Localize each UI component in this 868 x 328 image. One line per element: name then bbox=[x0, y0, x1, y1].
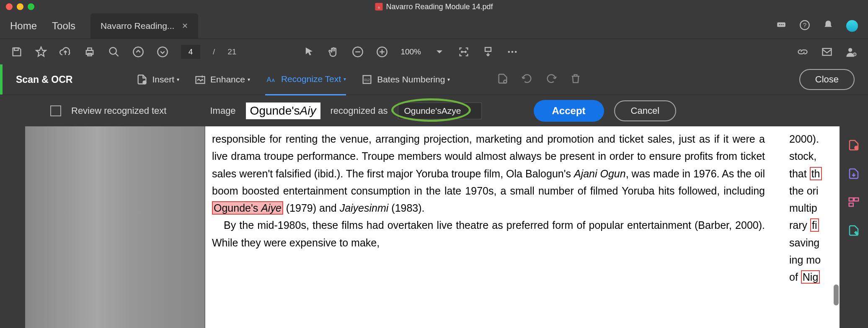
ocr-suspect[interactable]: fi bbox=[810, 218, 819, 232]
zoom-level[interactable]: 100% bbox=[400, 47, 421, 56]
recognized-label: recognized as bbox=[331, 105, 388, 116]
hand-icon[interactable] bbox=[328, 46, 339, 58]
create-pdf-icon[interactable]: + bbox=[847, 139, 860, 153]
document-area: responsible for renting the venue, arran… bbox=[0, 126, 868, 328]
link-icon[interactable] bbox=[797, 46, 809, 58]
page-number-input[interactable] bbox=[181, 45, 200, 59]
edit-pdf-icon[interactable] bbox=[847, 224, 860, 238]
redo-icon[interactable] bbox=[545, 73, 557, 86]
image-label: Image bbox=[210, 105, 235, 116]
close-panel-button[interactable]: Close bbox=[799, 69, 855, 90]
recognize-label: Recognize Text bbox=[281, 74, 341, 84]
recognize-text-button[interactable]: AA Recognize Text▾ bbox=[265, 73, 346, 95]
page-total: 21 bbox=[227, 47, 236, 56]
svg-point-21 bbox=[512, 51, 514, 53]
help-icon[interactable]: ? bbox=[799, 20, 810, 32]
svg-text:+: + bbox=[144, 81, 146, 85]
save-icon[interactable] bbox=[11, 46, 23, 58]
paragraph-1: responsible for renting the venue, arran… bbox=[212, 131, 765, 217]
ocr-correction-bar: Review recognized text Image Ogunde's Ai… bbox=[0, 95, 868, 126]
accept-button[interactable]: Accept bbox=[534, 100, 604, 122]
share-person-icon[interactable]: + bbox=[845, 46, 857, 58]
scrollbar-thumb[interactable] bbox=[834, 284, 839, 305]
window-title: ▵ Navarro Reading Module 14.pdf bbox=[375, 3, 493, 11]
svg-point-2 bbox=[781, 24, 782, 26]
document-tab-label: Navarro Reading... bbox=[101, 21, 174, 31]
close-window-button[interactable] bbox=[6, 3, 13, 10]
maximize-window-button[interactable] bbox=[28, 3, 34, 10]
svg-text:?: ? bbox=[803, 21, 806, 28]
print-icon[interactable] bbox=[84, 46, 96, 58]
ocr-image-text-a: Ogunde's bbox=[250, 104, 300, 118]
svg-line-11 bbox=[116, 53, 119, 56]
svg-point-10 bbox=[110, 47, 116, 54]
bell-icon[interactable] bbox=[823, 20, 834, 32]
enhance-label: Enhance bbox=[210, 74, 245, 85]
ocr-image-sample: Ogunde's Aiy bbox=[246, 102, 320, 119]
bates-numbering-button[interactable]: 012 Bates Numbering▾ bbox=[361, 74, 450, 85]
document-tab[interactable]: Navarro Reading... ✕ bbox=[90, 13, 198, 38]
svg-point-22 bbox=[515, 51, 517, 53]
svg-point-24 bbox=[848, 48, 852, 51]
svg-rect-19 bbox=[485, 47, 491, 51]
svg-point-1 bbox=[779, 24, 780, 26]
svg-point-12 bbox=[133, 47, 143, 56]
chat-icon[interactable] bbox=[776, 20, 787, 32]
pdf-icon: ▵ bbox=[375, 3, 382, 10]
undo-icon[interactable] bbox=[521, 73, 533, 86]
review-checkbox[interactable] bbox=[50, 105, 61, 116]
page-up-icon[interactable] bbox=[132, 46, 144, 58]
tools-tab[interactable]: Tools bbox=[52, 20, 75, 32]
insert-label: Insert bbox=[152, 74, 174, 85]
cloud-upload-icon[interactable] bbox=[59, 46, 71, 58]
export-pdf-icon[interactable] bbox=[847, 167, 860, 182]
svg-rect-37 bbox=[849, 198, 853, 201]
window-title-text: Navarro Reading Module 14.pdf bbox=[386, 3, 493, 11]
paragraph-2: By the mid-1980s, these films had overta… bbox=[212, 217, 765, 251]
zoom-out-icon[interactable] bbox=[352, 46, 364, 58]
pointer-icon[interactable] bbox=[303, 46, 315, 58]
scan-margin bbox=[25, 126, 205, 328]
traffic-lights bbox=[0, 3, 34, 10]
more-icon[interactable] bbox=[506, 46, 518, 58]
recognized-wrap bbox=[398, 102, 482, 119]
svg-point-34 bbox=[504, 80, 507, 83]
svg-point-20 bbox=[508, 51, 510, 53]
scan-ocr-toolbar: Scan & OCR + Insert▾ Enhance▾ AA Recogni… bbox=[0, 64, 868, 95]
zoom-in-icon[interactable] bbox=[376, 46, 388, 58]
svg-point-13 bbox=[158, 47, 167, 56]
bates-label: Bates Numbering bbox=[377, 74, 445, 85]
document-page[interactable]: responsible for renting the venue, arran… bbox=[205, 126, 780, 328]
zoom-dropdown-icon[interactable] bbox=[434, 46, 445, 58]
enhance-button[interactable]: Enhance▾ bbox=[194, 74, 250, 85]
document-settings-icon[interactable] bbox=[497, 73, 509, 86]
svg-text:+: + bbox=[855, 146, 858, 150]
organize-icon[interactable] bbox=[847, 196, 860, 210]
svg-point-3 bbox=[783, 24, 784, 26]
recognized-text-input[interactable] bbox=[398, 102, 482, 119]
star-icon[interactable] bbox=[35, 46, 47, 58]
close-tab-icon[interactable]: ✕ bbox=[182, 21, 188, 31]
trash-icon[interactable] bbox=[570, 73, 581, 86]
svg-text:A: A bbox=[266, 76, 271, 83]
avatar[interactable] bbox=[846, 20, 858, 32]
svg-text:+: + bbox=[853, 52, 855, 56]
ocr-highlight[interactable]: Ogunde's Aiye bbox=[212, 201, 283, 215]
main-toolbar: / 21 100% + bbox=[0, 38, 868, 64]
zoom-icon[interactable] bbox=[108, 46, 120, 58]
ocr-image-text-b: Aiy bbox=[300, 104, 316, 118]
svg-text:012: 012 bbox=[364, 78, 370, 82]
minimize-window-button[interactable] bbox=[17, 3, 23, 10]
fit-width-icon[interactable] bbox=[458, 46, 470, 58]
mail-icon[interactable] bbox=[821, 46, 833, 58]
insert-button[interactable]: + Insert▾ bbox=[136, 74, 179, 85]
svg-rect-39 bbox=[849, 203, 853, 207]
cancel-button[interactable]: Cancel bbox=[614, 100, 676, 121]
ocr-suspect[interactable]: Nig bbox=[801, 270, 820, 284]
page-down-icon[interactable] bbox=[157, 46, 168, 58]
svg-text:A: A bbox=[271, 77, 275, 83]
home-tab[interactable]: Home bbox=[10, 20, 37, 32]
scroll-mode-icon[interactable] bbox=[482, 46, 494, 58]
review-label: Review recognized text bbox=[71, 105, 166, 116]
ocr-suspect[interactable]: th bbox=[810, 167, 822, 180]
